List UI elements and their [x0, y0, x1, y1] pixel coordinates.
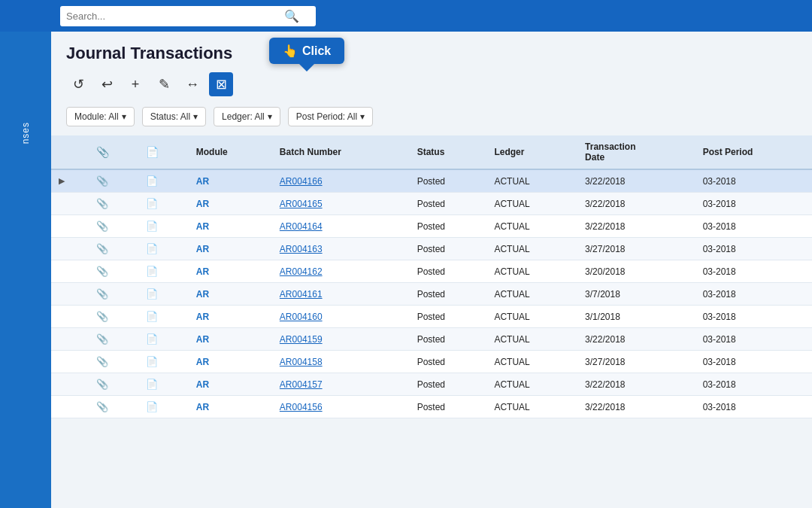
module-cell: AR	[189, 238, 272, 260]
batch-number-cell[interactable]: AR004163	[272, 238, 410, 260]
module-cell: AR	[189, 328, 272, 351]
batch-number-cell[interactable]: AR004161	[272, 283, 410, 306]
batch-number-cell[interactable]: AR004156	[272, 396, 410, 418]
export-button[interactable]: ⊠	[209, 72, 233, 96]
ledger-cell: ACTUAL	[486, 373, 577, 396]
attach-cell: 📎	[89, 373, 138, 396]
ledger-cell: ACTUAL	[486, 260, 577, 283]
ledger-cell: ACTUAL	[486, 238, 577, 260]
expand-cell	[51, 193, 89, 215]
attach-cell: 📎	[89, 306, 138, 328]
post-period-cell: 03-2018	[695, 260, 812, 283]
doc-cell: 📄	[138, 306, 188, 328]
top-bar: 🔍	[0, 0, 812, 32]
batch-number-cell[interactable]: AR004162	[272, 260, 410, 283]
doc-cell: 📄	[138, 396, 188, 418]
table-row: 📎📄ARAR004156PostedACTUAL3/22/201803-2018	[51, 396, 812, 418]
transaction-date-cell: 3/7/2018	[577, 283, 695, 306]
status-cell: Posted	[410, 169, 487, 193]
ledger-cell: ACTUAL	[486, 283, 577, 306]
module-cell: AR	[189, 169, 272, 193]
col-header-transaction-date: TransactionDate	[577, 135, 695, 169]
doc-cell: 📄	[138, 215, 188, 238]
ledger-filter[interactable]: Ledger: All ▾	[214, 107, 280, 126]
doc-cell: 📄	[138, 193, 188, 215]
doc-cell: 📄	[138, 260, 188, 283]
post-period-filter[interactable]: Post Period: All ▾	[288, 107, 373, 126]
status-cell: Posted	[410, 193, 487, 215]
attach-cell: 📎	[89, 396, 138, 418]
post-period-cell: 03-2018	[695, 283, 812, 306]
attach-cell: 📎	[89, 260, 138, 283]
status-filter-chevron: ▾	[193, 111, 198, 122]
col-header-status: Status	[410, 135, 487, 169]
sidebar: nses	[0, 32, 51, 508]
ledger-cell: ACTUAL	[486, 169, 577, 193]
batch-number-cell[interactable]: AR004165	[272, 193, 410, 215]
transaction-date-cell: 3/22/2018	[577, 396, 695, 418]
table-row: 📎📄ARAR004164PostedACTUAL3/22/201803-2018	[51, 215, 812, 238]
post-period-cell: 03-2018	[695, 306, 812, 328]
col-header-doc: 📄	[138, 135, 188, 169]
table-row: 📎📄ARAR004158PostedACTUAL3/27/201803-2018	[51, 351, 812, 373]
module-cell: AR	[189, 215, 272, 238]
batch-number-cell[interactable]: AR004159	[272, 328, 410, 351]
attach-cell: 📎	[89, 238, 138, 260]
transaction-date-cell: 3/1/2018	[577, 306, 695, 328]
toolbar: ↺ ↩ + ✎ ↔ ⊠	[51, 69, 812, 102]
ledger-filter-chevron: ▾	[268, 111, 272, 122]
fit-columns-button[interactable]: ↔	[180, 72, 205, 96]
post-period-cell: 03-2018	[695, 373, 812, 396]
module-filter[interactable]: Module: All ▾	[66, 107, 135, 126]
search-button[interactable]: 🔍	[284, 9, 299, 23]
edit-button[interactable]: ✎	[152, 72, 176, 96]
expand-cell	[51, 238, 89, 260]
search-input[interactable]	[66, 11, 284, 22]
expand-cell	[51, 373, 89, 396]
col-header-attach: 📎	[89, 135, 138, 169]
table-wrapper: 📎 📄 Module Batch Number Status Ledger Tr…	[51, 135, 812, 418]
ledger-cell: ACTUAL	[486, 351, 577, 373]
table-row: 📎📄ARAR004161PostedACTUAL3/7/201803-2018	[51, 283, 812, 306]
attach-cell: 📎	[89, 283, 138, 306]
batch-number-cell[interactable]: AR004157	[272, 373, 410, 396]
status-filter[interactable]: Status: All ▾	[142, 107, 206, 126]
batch-number-cell[interactable]: AR004158	[272, 351, 410, 373]
batch-number-cell[interactable]: AR004166	[272, 169, 410, 193]
page-wrapper: Journal Transactions 👆 Click ↺ ↩ + ✎ ↔ ⊠…	[51, 32, 812, 508]
expand-cell[interactable]: ▶	[51, 169, 89, 193]
post-period-filter-chevron: ▾	[360, 111, 365, 122]
batch-number-cell[interactable]: AR004160	[272, 306, 410, 328]
module-cell: AR	[189, 193, 272, 215]
refresh-button[interactable]: ↺	[66, 72, 90, 96]
table-row: 📎📄ARAR004163PostedACTUAL3/27/201803-2018	[51, 238, 812, 260]
expand-cell	[51, 351, 89, 373]
status-cell: Posted	[410, 306, 487, 328]
status-cell: Posted	[410, 373, 487, 396]
click-label: Click	[302, 44, 331, 58]
transaction-date-cell: 3/27/2018	[577, 351, 695, 373]
doc-cell: 📄	[138, 351, 188, 373]
status-cell: Posted	[410, 238, 487, 260]
status-cell: Posted	[410, 260, 487, 283]
undo-button[interactable]: ↩	[95, 72, 119, 96]
add-button[interactable]: +	[123, 72, 147, 96]
transaction-date-cell: 3/22/2018	[577, 328, 695, 351]
status-filter-label: Status: All	[150, 111, 190, 122]
post-period-cell: 03-2018	[695, 238, 812, 260]
module-cell: AR	[189, 373, 272, 396]
click-tooltip-button[interactable]: 👆 Click	[269, 38, 344, 64]
page-title: Journal Transactions	[66, 44, 232, 63]
module-cell: AR	[189, 283, 272, 306]
ledger-cell: ACTUAL	[486, 328, 577, 351]
transactions-table: 📎 📄 Module Batch Number Status Ledger Tr…	[51, 135, 812, 418]
doc-cell: 📄	[138, 283, 188, 306]
module-cell: AR	[189, 396, 272, 418]
batch-number-cell[interactable]: AR004164	[272, 215, 410, 238]
attach-cell: 📎	[89, 328, 138, 351]
ledger-filter-label: Ledger: All	[222, 111, 265, 122]
attach-cell: 📎	[89, 351, 138, 373]
col-header-expand	[51, 135, 89, 169]
table-row: 📎📄ARAR004157PostedACTUAL3/22/201803-2018	[51, 373, 812, 396]
doc-cell: 📄	[138, 373, 188, 396]
